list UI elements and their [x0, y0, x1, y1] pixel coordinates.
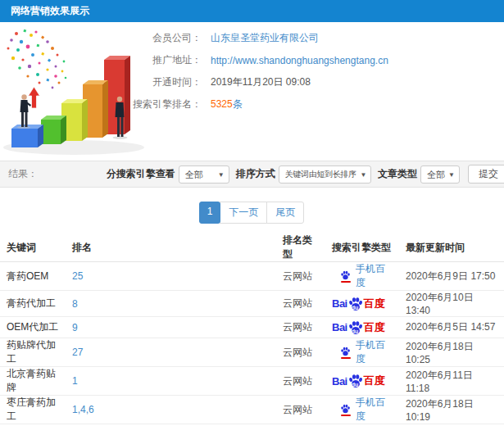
rank-cell[interactable]: 8: [66, 291, 276, 317]
column-header: 排名: [66, 233, 276, 262]
sort-filter-value: 关键词由短到长排序: [285, 170, 356, 179]
baidu-paw-icon: du: [348, 320, 363, 335]
table-header-row: 关键词排名排名类型搜索引擎类型最新更新时间: [0, 233, 504, 262]
baidu-paw-icon: [340, 347, 351, 356]
rank-type-cell: 云网站: [276, 396, 325, 424]
baidu-paw-icon: du: [348, 374, 363, 388]
search-engine-cell: Baidu百度: [325, 317, 399, 338]
info-row: 开通时间：2019年11月20日 09:08: [123, 75, 504, 90]
engine-filter-value: 全部: [185, 170, 203, 179]
keyword-cell: 药贴牌代加工: [0, 338, 66, 367]
baidu-paw-icon: [340, 270, 351, 280]
sort-filter-label: 排序方式: [236, 167, 275, 181]
red-underline-icon: [341, 357, 351, 359]
info-field-value[interactable]: http://www.shandonghuangshengtang.cn: [211, 55, 388, 66]
baidu-mobile-logo: 手机百度: [332, 338, 393, 366]
baidu-logo-cn: 百度: [364, 320, 385, 335]
info-field-value: 5325条: [211, 97, 243, 111]
rank-cell[interactable]: 1: [66, 367, 276, 396]
page-current[interactable]: 1: [199, 202, 221, 224]
pagination: 1 下一页 尾页: [0, 202, 504, 224]
search-engine-cell: Baidu百度: [325, 291, 399, 317]
info-field-label: 开通时间：: [123, 75, 202, 89]
businessman-figure-left: [17, 94, 31, 129]
column-header: 搜索引擎类型: [325, 233, 399, 262]
rank-cell[interactable]: 25: [66, 262, 276, 291]
update-time-cell: 2020年6月9日 17:50: [399, 262, 504, 291]
table-row: 枣庄膏药加工1,4,6云网站手机百度2020年6月18日 10:19: [0, 396, 504, 424]
mobile-baidu-icon: [340, 270, 351, 283]
engine-filter-select[interactable]: 全部 ▼: [179, 165, 229, 184]
engine-filter-label: 分搜索引擎查看: [107, 167, 175, 181]
sort-filter-select[interactable]: 关键词由短到长排序 ▼: [279, 165, 371, 184]
baidu-mobile-logo: 手机百度: [332, 396, 393, 424]
rank-cell[interactable]: 1,4,6: [66, 396, 276, 424]
chevron-down-icon: ▼: [448, 166, 455, 184]
info-field-label: 推广地址：: [123, 53, 202, 67]
table-row: 药贴牌代加工27云网站手机百度2020年6月18日 10:25: [0, 338, 504, 367]
table-row: 北京膏药贴牌1云网站Baidu百度2020年6月11日 11:18: [0, 367, 504, 396]
mobile-baidu-icon: [340, 404, 351, 416]
search-engine-cell: 手机百度: [325, 396, 399, 424]
chevron-down-icon: ▼: [360, 166, 366, 184]
rank-cell[interactable]: 9: [66, 317, 276, 338]
chevron-down-icon: ▼: [218, 166, 225, 184]
baidu-paw-icon: du: [348, 297, 363, 311]
baidu-pc-logo: Baidu百度: [332, 374, 393, 388]
column-header: 最新更新时间: [399, 233, 504, 262]
bar-green: [41, 116, 66, 144]
table-row: 膏药OEM25云网站手机百度2020年6月9日 17:50: [0, 262, 504, 291]
rank-type-cell: 云网站: [276, 291, 325, 317]
info-field-value[interactable]: 山东皇圣堂药业有限公司: [211, 31, 319, 45]
baidu-logo-du: du: [352, 329, 359, 334]
ranking-count-suffix: 条: [233, 98, 243, 110]
info-field-label: 会员公司：: [123, 31, 202, 45]
column-header: 排名类型: [276, 233, 325, 262]
company-info-list: 会员公司：山东皇圣堂药业有限公司推广地址：http://www.shandong…: [123, 30, 504, 119]
page-next[interactable]: 下一页: [220, 202, 267, 224]
filter-bar: 结果： 分搜索引擎查看 全部 ▼ 排序方式 关键词由短到长排序 ▼ 文章类型 全…: [0, 161, 504, 188]
page-title: 网络营销效果展示: [11, 5, 89, 16]
info-field-value: 2019年11月20日 09:08: [211, 75, 311, 89]
rank-type-cell: 云网站: [276, 317, 325, 338]
column-header: 关键词: [0, 233, 66, 262]
baidu-logo-du: du: [352, 382, 359, 387]
search-engine-cell: 手机百度: [325, 262, 399, 291]
baidu-pc-logo: Baidu百度: [332, 297, 393, 311]
update-time-cell: 2020年6月18日 10:25: [399, 338, 504, 367]
table-row: 膏药代加工8云网站Baidu百度2020年6月10日 13:40: [0, 291, 504, 317]
mobile-baidu-label: 手机百度: [356, 262, 393, 290]
baidu-logo-bai: Bai: [332, 297, 347, 310]
update-time-cell: 2020年6月11日 11:18: [399, 367, 504, 396]
mobile-baidu-label: 手机百度: [356, 396, 393, 424]
rank-cell[interactable]: 27: [66, 338, 276, 367]
info-field-label: 搜索引擎排名：: [123, 97, 202, 111]
article-type-label: 文章类型: [378, 167, 417, 181]
search-engine-cell: Baidu百度: [325, 367, 399, 396]
update-time-cell: 2020年6月10日 13:40: [399, 291, 504, 317]
submit-button[interactable]: 提交: [468, 165, 504, 184]
article-type-value: 全部: [427, 170, 445, 179]
info-row: 会员公司：山东皇圣堂药业有限公司: [123, 30, 504, 46]
table-row: OEM代加工9云网站Baidu百度2020年6月5日 14:57: [0, 317, 504, 338]
update-time-cell: 2020年6月18日 10:19: [399, 396, 504, 424]
red-underline-icon: [341, 281, 351, 283]
baidu-logo-cn: 百度: [364, 374, 385, 388]
article-type-select[interactable]: 全部 ▼: [420, 165, 460, 184]
company-info-section: 会员公司：山东皇圣堂药业有限公司推广地址：http://www.shandong…: [0, 22, 504, 161]
rank-type-cell: 云网站: [276, 338, 325, 367]
keyword-ranking-table: 关键词排名排名类型搜索引擎类型最新更新时间 膏药OEM25云网站手机百度2020…: [0, 233, 504, 426]
ranking-count: 5325: [211, 98, 233, 110]
search-engine-cell: 手机百度: [325, 338, 399, 367]
page-header: 网络营销效果展示: [0, 0, 504, 22]
baidu-logo-bai: Bai: [332, 321, 347, 333]
keyword-cell: 膏药OEM: [0, 262, 66, 291]
baidu-paw-icon: [340, 404, 351, 414]
red-underline-icon: [341, 415, 351, 416]
rank-type-cell: 云网站: [276, 367, 325, 396]
page-last[interactable]: 尾页: [266, 202, 304, 224]
keyword-cell: 北京膏药贴牌: [0, 367, 66, 396]
keyword-cell: 枣庄膏药加工: [0, 396, 66, 424]
baidu-logo-du: du: [352, 305, 359, 310]
baidu-logo-bai: Bai: [332, 375, 347, 387]
